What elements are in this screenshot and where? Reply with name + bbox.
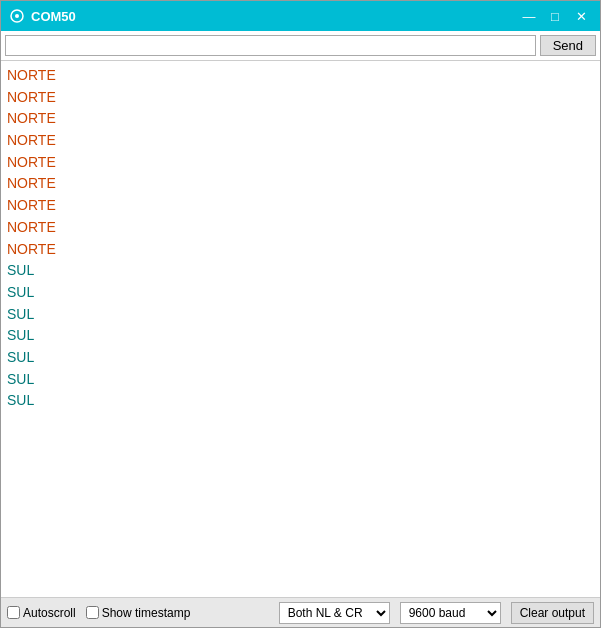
- output-line: NORTE: [7, 195, 594, 217]
- output-line: NORTE: [7, 108, 594, 130]
- output-line: NORTE: [7, 87, 594, 109]
- output-line: SUL: [7, 325, 594, 347]
- output-line: SUL: [7, 369, 594, 391]
- title-bar: COM50 — □ ✕: [1, 1, 600, 31]
- main-window: COM50 — □ ✕ Send NORTENORTENORTENORTENOR…: [0, 0, 601, 628]
- baud-rate-dropdown[interactable]: 300 baud1200 baud2400 baud4800 baud9600 …: [400, 602, 501, 624]
- bottom-bar: Autoscroll Show timestamp No line ending…: [1, 597, 600, 627]
- show-timestamp-text: Show timestamp: [102, 606, 191, 620]
- output-line: SUL: [7, 282, 594, 304]
- output-line: NORTE: [7, 65, 594, 87]
- show-timestamp-label[interactable]: Show timestamp: [86, 606, 191, 620]
- output-line: SUL: [7, 260, 594, 282]
- close-button[interactable]: ✕: [570, 6, 592, 26]
- window-title: COM50: [31, 9, 518, 24]
- show-timestamp-checkbox[interactable]: [86, 606, 99, 619]
- output-line: NORTE: [7, 152, 594, 174]
- line-ending-dropdown[interactable]: No line endingNewlineCarriage returnBoth…: [279, 602, 390, 624]
- output-line: SUL: [7, 304, 594, 326]
- autoscroll-label[interactable]: Autoscroll: [7, 606, 76, 620]
- output-area[interactable]: NORTENORTENORTENORTENORTENORTENORTENORTE…: [1, 61, 600, 597]
- serial-input[interactable]: [5, 35, 536, 56]
- output-line: NORTE: [7, 217, 594, 239]
- send-button[interactable]: Send: [540, 35, 596, 56]
- minimize-button[interactable]: —: [518, 6, 540, 26]
- autoscroll-text: Autoscroll: [23, 606, 76, 620]
- output-line: NORTE: [7, 130, 594, 152]
- autoscroll-checkbox[interactable]: [7, 606, 20, 619]
- output-line: SUL: [7, 390, 594, 412]
- maximize-button[interactable]: □: [544, 6, 566, 26]
- app-icon: [9, 8, 25, 24]
- window-controls: — □ ✕: [518, 6, 592, 26]
- svg-point-1: [15, 14, 19, 18]
- output-line: SUL: [7, 347, 594, 369]
- output-line: NORTE: [7, 239, 594, 261]
- output-line: NORTE: [7, 173, 594, 195]
- clear-output-button[interactable]: Clear output: [511, 602, 594, 624]
- input-bar: Send: [1, 31, 600, 61]
